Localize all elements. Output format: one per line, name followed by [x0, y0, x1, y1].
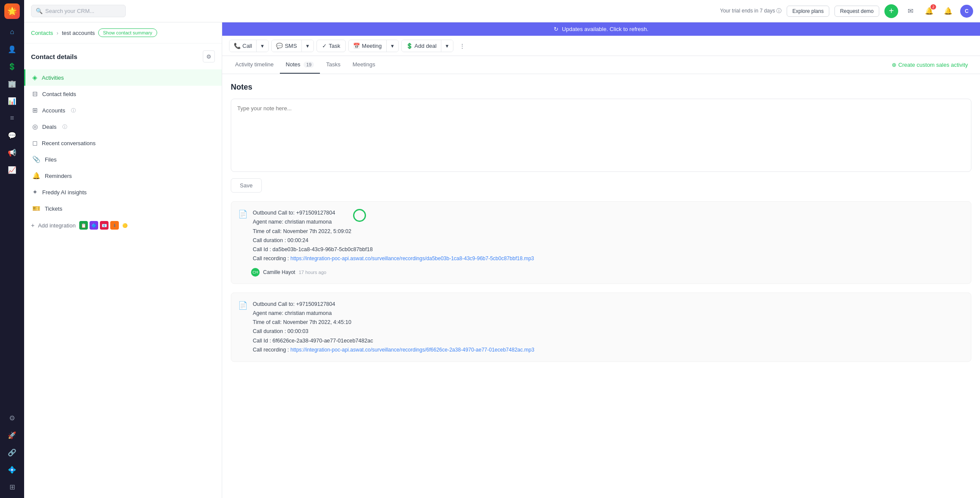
nav-home-icon[interactable]: ⌂ — [4, 24, 20, 40]
more-options-button[interactable]: ⋮ — [456, 39, 469, 52]
nav-chat-icon[interactable]: 💬 — [4, 128, 20, 143]
alerts-icon[interactable]: 🔔 — [941, 4, 955, 18]
add-deal-button[interactable]: 💲 Add deal — [402, 40, 441, 52]
meeting-dropdown[interactable]: ▾ — [387, 40, 398, 52]
call-dropdown[interactable]: ▾ — [257, 40, 268, 52]
freddy-icon: ✦ — [32, 188, 38, 196]
refresh-icon: ↻ — [554, 26, 558, 32]
sidebar-item-tickets[interactable]: 🎫 Tickets — [24, 200, 222, 217]
email-nav-icon[interactable]: ✉ — [903, 4, 917, 18]
tabs-bar: Activity timeline Notes 19 Tasks Meeting… — [222, 56, 980, 74]
sms-icon: 💬 — [276, 43, 283, 49]
sidebar-item-label: Accounts — [42, 107, 65, 114]
nav-list-icon[interactable]: ≡ — [4, 110, 20, 126]
task-button[interactable]: ✓ Task — [316, 40, 346, 52]
tab-tasks[interactable]: Tasks — [320, 56, 346, 74]
sidebar-item-recent-conversations[interactable]: ◻ Recent conversations — [24, 135, 222, 151]
meeting-icon: 📅 — [353, 43, 360, 49]
nav-rocket-icon[interactable]: 🚀 — [4, 427, 20, 443]
nav-contacts-icon[interactable]: 👤 — [4, 41, 20, 57]
sidebar-item-deals[interactable]: ◎ Deals ⓘ — [24, 118, 222, 135]
tab-notes[interactable]: Notes 19 — [280, 56, 320, 74]
nav-analytics-icon[interactable]: 📈 — [4, 162, 20, 177]
meeting-button[interactable]: 📅 Meeting — [349, 40, 386, 52]
info-icon: ⓘ — [776, 8, 782, 14]
breadcrumb-contacts-link[interactable]: Contacts — [31, 30, 53, 36]
integration-icon-3: 📧 — [100, 221, 109, 230]
sidebar-item-label: Reminders — [45, 173, 72, 179]
sms-button[interactable]: 💬 SMS — [272, 40, 301, 52]
note-entry-header: 📄 Outbound Call to: +971509127804 Agent … — [238, 209, 964, 264]
note-entry: 📄 Outbound Call to: +971509127804 Agent … — [231, 293, 971, 362]
main-container: 🔍 Search your CRM... Your trial ends in … — [24, 0, 980, 498]
update-banner[interactable]: ↻ Updates available. Click to refresh. — [222, 22, 980, 36]
meeting-action[interactable]: 📅 Meeting ▾ — [348, 40, 398, 52]
add-deal-dropdown[interactable]: ▾ — [441, 40, 453, 52]
search-box[interactable]: 🔍 Search your CRM... — [31, 5, 126, 17]
add-integration[interactable]: + Add integration 📋 🔷 📧 ⬇ 🟡 — [24, 217, 222, 234]
settings-button[interactable]: ⚙ — [203, 50, 215, 62]
note-input[interactable] — [231, 99, 971, 172]
nav-marketing-icon[interactable]: 📢 — [4, 145, 20, 160]
conversations-icon: ◻ — [32, 139, 37, 147]
deals-info-icon: ⓘ — [62, 124, 67, 130]
sidebar-item-freddy-ai[interactable]: ✦ Freddy AI insights — [24, 184, 222, 200]
note-recording-link-2[interactable]: https://integration-poc-api.aswat.co/sur… — [291, 347, 534, 353]
nav-accounts-icon[interactable]: 🏢 — [4, 76, 20, 91]
notifications-icon[interactable]: 🔔 2 — [922, 4, 936, 18]
add-deal-action[interactable]: 💲 Add deal ▾ — [401, 40, 453, 52]
sidebar-item-contact-fields[interactable]: ⊟ Contact fields — [24, 86, 222, 102]
sidebar-item-files[interactable]: 📎 Files — [24, 151, 222, 168]
save-button[interactable]: Save — [231, 178, 262, 193]
contact-details-header: Contact details ⚙ — [24, 44, 222, 66]
notes-badge: 19 — [304, 62, 314, 68]
note-text: Outbound Call to: +971509127804 Agent na… — [253, 300, 534, 355]
sidebar-item-accounts[interactable]: ⊞ Accounts ⓘ — [24, 102, 222, 118]
sms-dropdown[interactable]: ▾ — [302, 40, 313, 52]
breadcrumb-current: test accounts — [62, 30, 95, 36]
breadcrumb: Contacts › test accounts Show contact su… — [24, 22, 222, 44]
tickets-icon: 🎫 — [32, 205, 40, 212]
sidebar-item-label: Contact fields — [42, 91, 76, 97]
contact-fields-icon: ⊟ — [32, 90, 38, 98]
phone-icon: 📞 — [234, 43, 241, 49]
avatar[interactable]: C — [960, 5, 973, 18]
nav-deals-icon[interactable]: 💲 — [4, 59, 20, 74]
accounts-info-icon: ⓘ — [71, 107, 76, 114]
note-doc-icon: 📄 — [238, 209, 248, 219]
sidebar-item-activities[interactable]: ◈ Activities — [24, 69, 222, 86]
plus-icon: + — [31, 222, 34, 229]
nav-grid-icon[interactable]: ⊞ — [4, 479, 20, 495]
add-new-button[interactable]: + — [884, 4, 898, 18]
note-entry-header: 📄 Outbound Call to: +971509127804 Agent … — [238, 300, 964, 355]
sms-action[interactable]: 💬 SMS ▾ — [271, 40, 313, 52]
breadcrumb-separator: › — [56, 30, 58, 36]
explore-plans-button[interactable]: Explore plans — [787, 6, 829, 17]
note-doc-icon: 📄 — [238, 301, 248, 310]
accounts-icon: ⊞ — [32, 106, 38, 114]
tab-activity-timeline[interactable]: Activity timeline — [229, 56, 280, 74]
sidebar-item-label: Tickets — [45, 205, 62, 212]
call-action[interactable]: 📞 Call ▾ — [229, 40, 269, 52]
trial-text: Your trial ends in 7 days ⓘ — [720, 7, 782, 15]
note-recording-link[interactable]: https://integration-poc-api.aswat.co/sur… — [291, 255, 534, 261]
nav-reports-icon[interactable]: 📊 — [4, 93, 20, 109]
create-custom-activity-button[interactable]: ⊕ Create custom sales activity — [887, 58, 973, 72]
tab-meetings[interactable]: Meetings — [347, 56, 381, 74]
sidebar-item-reminders[interactable]: 🔔 Reminders — [24, 168, 222, 184]
integration-icon-2: 🔷 — [90, 221, 98, 230]
update-banner-text: Updates available. Click to refresh. — [562, 26, 648, 32]
action-toolbar: 📞 Call ▾ 💬 SMS ▾ ✓ Task — [222, 36, 980, 56]
request-demo-button[interactable]: Request demo — [834, 6, 879, 17]
nav-integrations-icon[interactable]: 🔗 — [4, 445, 20, 460]
call-button[interactable]: 📞 Call — [229, 40, 256, 52]
add-integration-label: Add integration — [38, 222, 75, 229]
integration-icon-4: ⬇ — [110, 221, 119, 230]
notification-badge: 2 — [930, 4, 936, 9]
show-summary-button[interactable]: Show contact summary — [98, 28, 157, 37]
nav-support-icon[interactable]: 💠 — [4, 462, 20, 477]
integration-icon-1: 📋 — [79, 221, 88, 230]
note-author: Camille Hayot — [263, 269, 295, 275]
integration-icon-list: 📋 🔷 📧 ⬇ 🟡 — [79, 221, 129, 230]
nav-settings-icon[interactable]: ⚙ — [4, 410, 20, 426]
